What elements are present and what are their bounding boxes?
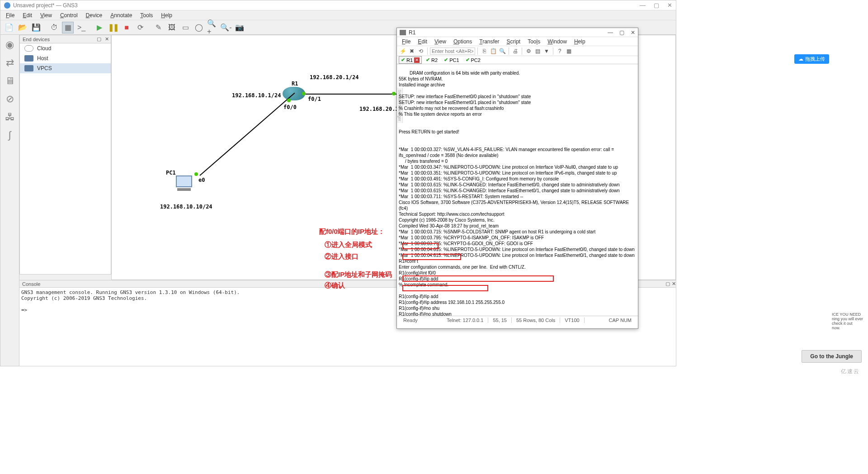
port-dot [392, 92, 396, 95]
r1-menu-view[interactable]: View [431, 38, 449, 45]
filter-icon[interactable]: ▼ [542, 47, 551, 55]
minimize-button[interactable]: — [640, 2, 646, 9]
dock-all-devices-icon[interactable]: 🖧 [2, 109, 18, 125]
snapshot-button[interactable]: ⏱ [48, 22, 60, 33]
port-dot [302, 92, 306, 95]
new-project-button[interactable]: 📄 [3, 22, 15, 33]
r1-menu-window[interactable]: Window [544, 38, 570, 45]
redbox-ipaddr [402, 275, 554, 282]
menu-edit[interactable]: Edit [19, 11, 36, 19]
image-button[interactable]: 🖼 [166, 22, 178, 33]
tab-pc1[interactable]: ✔PC1 [442, 56, 461, 64]
dock-end-devices-icon[interactable]: 🖥 [2, 73, 18, 89]
panel-detach-icon[interactable]: ▢ [665, 281, 670, 287]
if-label-f01: f0/1 [308, 96, 321, 102]
menu-control[interactable]: Control [57, 11, 81, 19]
go-to-jungle-button[interactable]: Go to the Jungle [802, 350, 862, 363]
device-host[interactable]: Host [20, 53, 111, 63]
about-icon[interactable]: ▦ [565, 47, 573, 55]
app-icon [4, 2, 10, 9]
show-labels-button[interactable]: ▦ [62, 22, 74, 33]
find-icon[interactable]: 🔍 [498, 47, 506, 55]
r1-maximize-button[interactable]: ▢ [619, 29, 624, 36]
ellipse-button[interactable]: ◯ [193, 22, 205, 33]
tab-label: PC1 [449, 57, 459, 63]
menu-file[interactable]: File [2, 11, 18, 19]
check-icon: ✔ [426, 57, 430, 63]
upload-label: 拖拽上传 [805, 56, 825, 62]
menu-view[interactable]: View [37, 11, 56, 19]
r1-close-button[interactable]: ✕ [631, 29, 635, 36]
device-vpcs[interactable]: VPCS [20, 63, 111, 73]
tab-r2[interactable]: ✔R2 [424, 56, 440, 64]
redbox-noshut [402, 285, 488, 291]
panel-close-icon[interactable]: ✕ [103, 36, 111, 42]
port-dot [194, 172, 198, 176]
menu-help[interactable]: Help [157, 11, 176, 19]
r1-menu-options[interactable]: Options [450, 38, 475, 45]
upload-button[interactable]: ☁拖拽上传 [794, 54, 829, 64]
options-icon[interactable]: ⚙ [524, 47, 533, 55]
save-project-button[interactable]: 💾 [30, 22, 42, 33]
device-label: Cloud [37, 45, 51, 52]
menu-tools[interactable]: Tools [137, 11, 156, 19]
anno-line1: ①进入全局模式 [325, 241, 372, 249]
check-icon: ✔ [401, 57, 405, 63]
window-controls: — ▢ ✕ [640, 2, 672, 9]
tab-r1[interactable]: ✔R1✕ [399, 56, 422, 64]
maximize-button[interactable]: ▢ [654, 2, 659, 9]
terminal-icon [400, 30, 406, 35]
watermark: 亿速云 [841, 368, 860, 375]
pc1-ip-label: 192.168.10.10/24 [160, 204, 212, 210]
r1-menu-transfer[interactable]: Transfer [476, 38, 502, 45]
start-button[interactable]: ▶ [94, 22, 105, 33]
console-button[interactable]: >_ [75, 22, 87, 33]
titlebar[interactable]: Unsaved project* — GNS3 — ▢ ✕ [0, 0, 676, 10]
panel-detach-icon[interactable]: ▢ [97, 36, 101, 42]
link-r1-pc1 [199, 93, 295, 176]
dock-switches-icon[interactable]: ⇄ [2, 55, 18, 71]
sessions-icon[interactable]: ▤ [533, 47, 542, 55]
note-button[interactable]: ✎ [152, 22, 164, 33]
reconnect-icon[interactable]: ⟲ [417, 47, 425, 55]
net-label-2: 192.168.20.1/24 [310, 74, 359, 81]
r1-statusbar: Ready Telnet: 127.0.0.1 55, 15 55 Rows, … [397, 316, 638, 324]
pc1-node[interactable] [176, 175, 192, 190]
r1-menu-script[interactable]: Script [504, 38, 524, 45]
copy-icon[interactable]: ⎘ [480, 47, 488, 55]
tab-pc2[interactable]: ✔PC2 [463, 56, 483, 64]
reload-button[interactable]: ⟳ [134, 22, 146, 33]
device-cloud[interactable]: Cloud [20, 43, 111, 53]
paste-icon[interactable]: 📋 [489, 47, 497, 55]
dock-security-icon[interactable]: ⊘ [2, 91, 18, 107]
rect-button[interactable]: ▭ [179, 22, 191, 33]
zoom-out-button[interactable]: 🔍- [220, 22, 232, 33]
r1-menu-help[interactable]: Help [571, 38, 589, 45]
tab-close-icon[interactable]: ✕ [414, 57, 420, 63]
r1-menu-file[interactable]: File [399, 38, 414, 45]
dock-routers-icon[interactable]: ◉ [2, 37, 18, 53]
disconnect-icon[interactable]: ✖ [408, 47, 416, 55]
screenshot-button[interactable]: 📷 [234, 22, 245, 33]
pause-button[interactable]: ❚❚ [107, 22, 119, 33]
print-icon[interactable]: 🖨 [511, 47, 519, 55]
open-project-button[interactable]: 📂 [17, 22, 28, 33]
close-button[interactable]: ✕ [667, 2, 672, 9]
r1-menu-tools[interactable]: Tools [524, 38, 543, 45]
menu-device[interactable]: Device [82, 11, 106, 19]
r1-terminal-output[interactable]: DRAM configuration is 64 bits wide with … [397, 64, 638, 316]
menu-annotate[interactable]: Annotate [107, 11, 136, 19]
panel-close-icon[interactable]: ✕ [672, 281, 676, 287]
stop-button[interactable]: ■ [121, 22, 132, 33]
r1-titlebar[interactable]: R1 — ▢ ✕ [397, 28, 638, 37]
zoom-in-button[interactable]: 🔍+ [207, 22, 218, 33]
r1-menubar: File Edit View Options Transfer Script T… [397, 37, 638, 46]
redbox-intf00 [402, 254, 461, 260]
connect-icon[interactable]: ⚡ [399, 47, 407, 55]
dock-link-icon[interactable]: ∫ [2, 127, 18, 143]
r1-menu-edit[interactable]: Edit [415, 38, 430, 45]
anno-line4: ④确认 [325, 281, 345, 290]
r1-minimize-button[interactable]: — [608, 29, 613, 36]
host-input[interactable] [430, 47, 475, 55]
help-icon[interactable]: ? [556, 47, 564, 55]
